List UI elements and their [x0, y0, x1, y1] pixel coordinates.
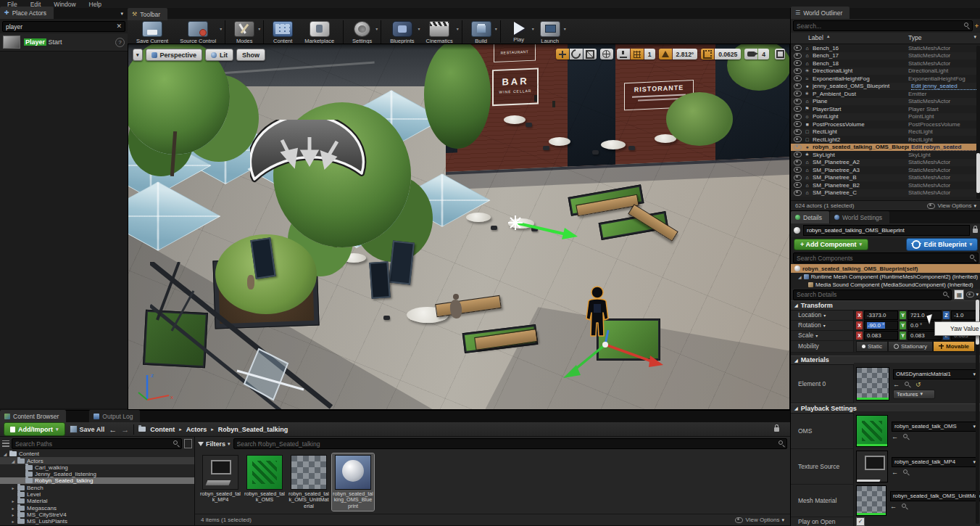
menu-window[interactable]: Window [54, 1, 75, 8]
outliner-row[interactable]: ⌂SM_Planetree_A2StaticMeshActor [791, 159, 980, 167]
dropdown-caret-icon[interactable]: ▾ [564, 26, 566, 31]
use-asset-icon[interactable]: ← [893, 381, 900, 388]
dropdown-caret-icon[interactable]: ▾ [258, 26, 260, 31]
perspective-button[interactable]: Perspective [146, 49, 203, 61]
folder-row[interactable]: ▸Bench [0, 484, 194, 490]
visibility-eye-icon[interactable] [794, 129, 802, 135]
tab-content-browser[interactable]: Content Browser [0, 410, 66, 422]
details-search-input[interactable] [794, 291, 951, 298]
mobility-label[interactable]: Mobility [791, 341, 854, 352]
show-flags-button[interactable]: Show [236, 49, 265, 61]
component-row-media-sound[interactable]: Media Sound Component (MediaSoundCompone… [791, 281, 980, 289]
add-import-button[interactable]: Add/Import▾ [4, 422, 65, 436]
scale-x-field[interactable]: 0.083 [864, 331, 898, 340]
outliner-row[interactable]: ⌂Bench_16StaticMeshActor [791, 44, 980, 52]
breadcrumb-content[interactable]: Content [150, 426, 175, 433]
scale-tool-button[interactable] [584, 49, 597, 59]
grid-snap-button[interactable] [631, 49, 644, 59]
outliner-row[interactable]: ☼PointLightPointLight [791, 113, 980, 121]
toolbar-button-play[interactable]: Play▾ [500, 20, 534, 43]
asset-tile[interactable]: robyn_seated_talking_OMS_Blueprint [332, 453, 374, 511]
edit-blueprint-button[interactable]: Edit Blueprint▾ [906, 238, 978, 251]
visibility-eye-icon[interactable] [794, 136, 802, 142]
expander-icon[interactable]: ◢ [3, 451, 7, 456]
assets-search-input[interactable] [234, 440, 786, 448]
components-search-input[interactable] [794, 255, 978, 262]
rotation-x-field[interactable]: -90.0 ° [864, 321, 898, 330]
mesh-material-select[interactable]: robyn_seated_talk_OMS_UnlitMateria▾ [890, 491, 980, 501]
outliner-row[interactable]: ≈ExponentialHeightFogExponentialHeightFo… [791, 75, 980, 83]
toolbar-button-cinematics[interactable]: Cinematics▾ [420, 20, 459, 44]
grid-view-toggle-icon[interactable]: ▦ [954, 289, 964, 300]
rotate-tool-button[interactable] [570, 49, 583, 59]
outliner-scrollbar-thumb[interactable] [976, 153, 980, 193]
visibility-eye-icon[interactable] [794, 175, 802, 181]
outliner-row[interactable]: ☀DirectionalLightDirectionalLight [791, 67, 980, 75]
forward-button[interactable]: → [121, 425, 129, 434]
oms-thumbnail[interactable] [856, 415, 888, 447]
outliner-row[interactable]: ●robyn_seated_talking_OMS_BlueprintEdit … [791, 144, 980, 152]
property-visibility-icon[interactable]: ▾ [966, 292, 979, 297]
outliner-search-input[interactable] [794, 22, 972, 30]
cb-lock-icon[interactable] [774, 427, 779, 432]
toolbar-button-modes[interactable]: Modes▾ [225, 20, 260, 44]
viewport[interactable]: RESTAURANT BAR WINE CELLAR RISTORANTE [128, 44, 790, 410]
tab-toolbar[interactable]: ⚒ Toolbar [128, 8, 167, 20]
outliner-row[interactable]: ⚑PlayerStartPlayer Start [791, 105, 980, 113]
folder-row[interactable]: Robyn_Seated_talking [0, 477, 194, 484]
column-label[interactable]: Label▲ [791, 34, 908, 42]
outliner-create-icon[interactable]: + [975, 22, 979, 30]
actor-type[interactable]: Edit robyn_seated [911, 144, 980, 151]
browse-to-asset-icon[interactable] [902, 504, 908, 509]
folder-row[interactable]: Carl_walking [0, 464, 194, 471]
toolbar-button-content[interactable]: Content [263, 20, 299, 44]
lock-icon[interactable] [973, 229, 978, 233]
filters-button[interactable]: Filters▾ [198, 440, 231, 448]
rotation-snap-value[interactable]: 2.812° [673, 49, 698, 59]
expander-icon[interactable]: ▸ [11, 485, 15, 490]
visibility-eye-icon[interactable] [794, 53, 802, 59]
outliner-row[interactable]: ⌂SM_Planetree_A3StaticMeshActor [791, 166, 980, 174]
browse-to-asset-icon[interactable] [903, 469, 909, 475]
outliner-row[interactable]: □RectLightRectLight [791, 128, 980, 136]
visibility-eye-icon[interactable] [794, 121, 802, 127]
visibility-eye-icon[interactable] [794, 68, 802, 74]
expander-icon[interactable]: ▸ [11, 498, 15, 504]
folder-row[interactable]: ▸MS_LushPlants [0, 518, 194, 525]
mobility-stationary-button[interactable]: Stationary [888, 341, 933, 352]
folder-row[interactable]: ▸MS_CityStreV4 [0, 511, 194, 518]
outliner-row[interactable]: ⌂PlaneStaticMeshActor [791, 98, 980, 106]
visibility-eye-icon[interactable] [794, 182, 802, 188]
folder-row[interactable]: ▸Material [0, 498, 194, 504]
outliner-row[interactable]: ⌂Bench_18StaticMeshActor [791, 59, 980, 67]
outliner-row[interactable]: ⌂Bench_17StaticMeshActor [791, 52, 980, 60]
actor-type[interactable]: Edit jenny_seated [911, 83, 980, 90]
tab-world-settings[interactable]: World Settings [830, 211, 889, 223]
outliner-row[interactable]: ★SkyLightSkyLight [791, 151, 980, 159]
visibility-eye-icon[interactable] [794, 45, 802, 51]
tab-place-actors[interactable]: ✚ Place Actors [0, 7, 54, 19]
visibility-eye-icon[interactable] [794, 75, 802, 81]
visibility-eye-icon[interactable] [794, 99, 802, 104]
use-asset-icon[interactable]: ← [892, 469, 898, 476]
toolbar-button-launch[interactable]: Launch▾ [534, 20, 566, 44]
grid-snap-value[interactable]: 1 [644, 49, 655, 59]
maximize-viewport-button[interactable] [775, 49, 785, 59]
visibility-eye-icon[interactable] [794, 106, 802, 112]
tab-world-outliner[interactable]: ☰ World Outliner [791, 7, 850, 19]
actor-name-field[interactable]: robyn_seated_talking_OMS_Blueprint [803, 225, 970, 236]
column-type[interactable]: Type▾ [908, 34, 980, 42]
expander-icon[interactable]: ◢ [11, 459, 15, 464]
visibility-eye-icon[interactable] [794, 152, 802, 157]
component-row-self[interactable]: robyn_seated_talking_OMS_Blueprint(self) [791, 264, 980, 273]
expander-icon[interactable]: ▸ [11, 506, 15, 511]
asset-tile[interactable]: robyn_seated_talk_OMS [244, 453, 286, 505]
outliner-view-options-button[interactable]: View Options▾ [927, 202, 976, 209]
clear-search-icon[interactable]: ✕ [116, 22, 122, 30]
folder-row[interactable]: ◢Content [0, 451, 194, 457]
folder-row[interactable]: Level [0, 491, 194, 498]
help-icon[interactable]: ? [115, 38, 125, 47]
oms-select[interactable]: robyn_seated_talk_OMS▾ [892, 422, 979, 432]
location-label[interactable]: Location▾ [791, 311, 854, 320]
texture-source-select[interactable]: robyn_seated_talk_MP4▾ [892, 457, 979, 467]
